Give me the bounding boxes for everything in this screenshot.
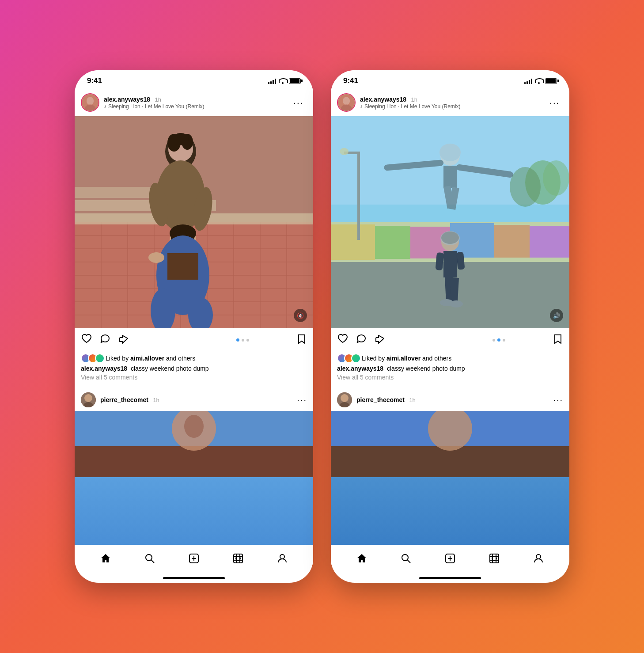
commenter-avatar-left[interactable] [81, 392, 96, 407]
next-post-preview-right [331, 411, 569, 545]
post-header-right: alex.anyways18 1h ♪ Sleeping Lion · Let … [331, 89, 569, 116]
comment-preview-left: pierre_thecomet 1h ··· [75, 389, 313, 411]
commenter-info-right: pierre_thecomet 1h [356, 396, 549, 404]
status-bar-left: 9:41 [75, 70, 313, 89]
actions-bar-right [331, 328, 569, 352]
caption-text-left: classy weekend photo dump [131, 365, 209, 372]
svg-line-103 [407, 560, 410, 563]
svg-point-97 [341, 394, 349, 402]
post-header-left: alex.anyways18 1h ♪ Sleeping Lion · Let … [75, 89, 313, 116]
action-icons-right [337, 333, 445, 347]
battery-icon [289, 78, 301, 84]
phone-left: 9:41 alex.anyway [75, 70, 313, 583]
home-indicator-right [419, 577, 481, 579]
svg-rect-100 [331, 446, 569, 477]
next-post-image-left [75, 411, 313, 545]
view-comments-right[interactable]: View all 5 comments [337, 374, 563, 381]
liked-avatars-right [337, 353, 358, 363]
post-song-right[interactable]: ♪ Sleeping Lion · Let Me Love You (Remix… [360, 103, 546, 110]
battery-icon-right [545, 78, 557, 84]
svg-point-58 [280, 554, 284, 559]
view-comments-left[interactable]: View all 5 comments [81, 374, 307, 381]
commenter-time-right: 1h [409, 397, 415, 403]
liked-text-right: Liked by aimi.allover and others [362, 355, 451, 362]
post-image-right: 🔊 [331, 116, 569, 328]
avatar-image-right [338, 94, 355, 111]
commenter-more-left[interactable]: ··· [297, 395, 307, 405]
next-post-preview-left [75, 411, 313, 545]
svg-point-113 [536, 554, 541, 559]
status-icons-right [524, 78, 557, 84]
like-button-left[interactable] [81, 333, 92, 347]
carousel-dots-right [445, 338, 553, 342]
nav-profile-left[interactable] [271, 550, 293, 566]
avatar-left[interactable] [81, 93, 99, 112]
dot-2-right [497, 338, 500, 342]
share-button-left[interactable] [118, 333, 129, 347]
signal-icon-right [524, 78, 532, 84]
svg-point-102 [402, 554, 408, 561]
commenter-info-left: pierre_thecomet 1h [100, 396, 292, 404]
nav-reels-right[interactable] [483, 550, 505, 566]
avatar-right[interactable] [337, 93, 356, 112]
likes-row-right: Liked by aimi.allover and others [337, 353, 563, 363]
svg-rect-95 [331, 116, 569, 328]
status-time-left: 9:41 [87, 76, 102, 85]
carousel-dots-left [189, 338, 296, 342]
nav-add-left[interactable] [183, 550, 205, 566]
post-song-left[interactable]: ♪ Sleeping Lion · Let Me Love You (Remix… [104, 103, 290, 110]
svg-point-47 [146, 554, 152, 561]
svg-point-27 [173, 133, 189, 145]
nav-add-right[interactable] [439, 550, 461, 566]
nav-profile-right[interactable] [527, 550, 549, 566]
post-info-right: Liked by aimi.allover and others alex.an… [331, 352, 569, 389]
like-button-right[interactable] [337, 333, 349, 347]
nav-home-left[interactable] [95, 550, 117, 566]
next-post-image-right [331, 411, 569, 545]
svg-point-60 [343, 97, 350, 105]
bottom-nav-right [331, 545, 569, 575]
liked-avatars-left [81, 353, 102, 363]
commenter-name-right[interactable]: pierre_thecomet [356, 396, 405, 403]
caption-text-right: classy weekend photo dump [387, 365, 465, 372]
caption-right: alex.anyways18 classy weekend photo dump [337, 365, 563, 372]
caption-left: alex.anyways18 classy weekend photo dump [81, 365, 307, 372]
status-bar-right: 9:41 [331, 70, 569, 89]
post-username-right[interactable]: alex.anyways18 1h [360, 95, 546, 103]
post-more-button-left[interactable]: ··· [290, 96, 307, 110]
status-time-right: 9:41 [343, 76, 358, 85]
action-icons-left [81, 333, 189, 347]
phone-right: 9:41 alex.anyway [331, 70, 569, 583]
svg-rect-52 [234, 554, 242, 563]
bookmark-button-left[interactable] [296, 334, 307, 347]
dot-3-right [503, 339, 505, 342]
bookmark-button-right[interactable] [553, 334, 563, 347]
svg-rect-44 [75, 446, 313, 477]
comment-button-right[interactable] [356, 333, 367, 347]
home-indicator-left [163, 577, 225, 579]
status-icons-left [268, 78, 301, 84]
mute-icon-left[interactable]: 🔇 [294, 309, 307, 322]
post-user-info-left: alex.anyways18 1h ♪ Sleeping Lion · Let … [104, 95, 290, 110]
comment-button-left[interactable] [99, 333, 111, 347]
nav-home-right[interactable] [351, 550, 373, 566]
commenter-name-left[interactable]: pierre_thecomet [100, 396, 148, 403]
post-username-left[interactable]: alex.anyways18 1h [104, 95, 290, 103]
svg-rect-36 [167, 253, 198, 280]
signal-icon [268, 78, 276, 84]
nav-search-left[interactable] [139, 550, 161, 566]
post-more-button-right[interactable]: ··· [546, 96, 563, 110]
liked-avatar-3 [95, 353, 105, 363]
actions-bar-left [75, 328, 313, 352]
svg-rect-107 [490, 554, 499, 563]
likes-row-left: Liked by aimi.allover and others [81, 353, 307, 363]
commenter-more-right[interactable]: ··· [553, 395, 563, 405]
commenter-avatar-right[interactable] [337, 392, 352, 407]
comment-preview-right: pierre_thecomet 1h ··· [331, 389, 569, 411]
svg-point-46 [184, 415, 204, 438]
unmute-icon-right[interactable]: 🔊 [550, 309, 563, 322]
nav-reels-left[interactable] [227, 550, 249, 566]
nav-search-right[interactable] [395, 550, 417, 566]
share-button-right[interactable] [374, 333, 386, 347]
liked-text-left: Liked by aimi.allover and others [106, 355, 195, 362]
